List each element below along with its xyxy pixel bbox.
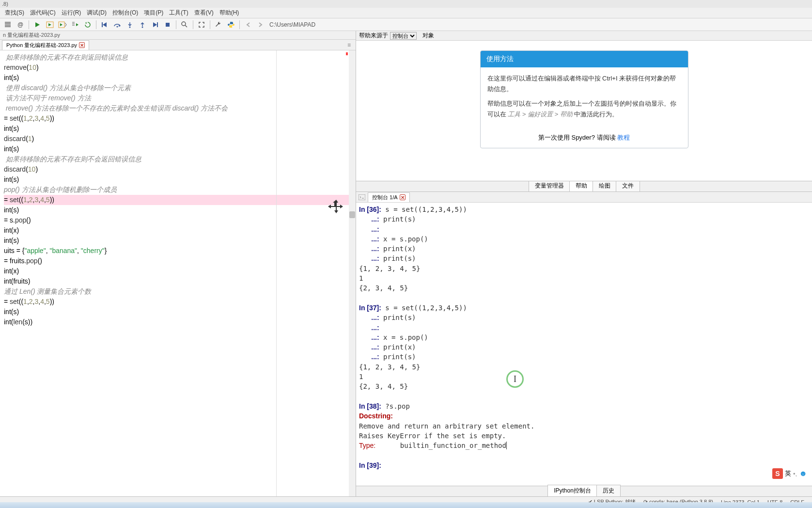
- tab-help[interactable]: 帮助: [569, 180, 593, 191]
- help-panel: 使用方法 在这里你可以通过在编辑器或者终端中按 Ctrl+I 来获得任何对象的帮…: [356, 41, 812, 181]
- windows-taskbar[interactable]: [0, 502, 812, 508]
- debug-step-over-icon[interactable]: [111, 19, 123, 30]
- menu-run[interactable]: 运行(R): [59, 8, 84, 18]
- ime-punct-icon: •,: [793, 470, 797, 477]
- tab-history[interactable]: 历史: [596, 485, 621, 496]
- scrollbar-thumb[interactable]: [349, 211, 355, 218]
- toolbar-separator: [210, 20, 210, 29]
- tutorial-link[interactable]: 教程: [617, 134, 630, 141]
- run-icon[interactable]: [31, 19, 43, 30]
- console-tab-label: 控制台 1/A: [372, 194, 398, 201]
- menu-bar: 查找(S) 源代码(C) 运行(R) 调试(D) 控制台(O) 项目(P) 工具…: [0, 8, 812, 18]
- help-source-dropdown[interactable]: 控制台: [390, 32, 417, 40]
- toolbar-separator: [96, 20, 96, 29]
- close-icon[interactable]: ✕: [79, 42, 85, 48]
- ime-lang: 英: [785, 469, 791, 478]
- menu-help[interactable]: 帮助(H): [217, 8, 242, 18]
- menu-console[interactable]: 控制台(O): [109, 8, 141, 18]
- tab-label: Python 量化编程基础-2023.py: [6, 42, 77, 49]
- code-editor[interactable]: 如果待移除的元素不存在则返回错误信息remove(10)int(s) 使用 di…: [0, 50, 356, 496]
- file-breadcrumb: n 量化编程基础-2023.py: [0, 31, 356, 40]
- ime-indicator[interactable]: S 英 •, ☻: [772, 468, 807, 479]
- lower-right-tabs: IPython控制台 历史: [356, 486, 812, 496]
- run-cell-advance-icon[interactable]: [57, 19, 68, 30]
- menu-debug[interactable]: 调试(D): [84, 8, 109, 18]
- help-source-label: 帮助来源于: [359, 32, 388, 40]
- help-card: 使用方法 在这里你可以通过在编辑器或者终端中按 Ctrl+I 来获得任何对象的帮…: [480, 50, 688, 148]
- tab-ipython-console[interactable]: IPython控制台: [547, 485, 597, 496]
- svg-rect-9: [359, 194, 365, 200]
- nav-back-icon[interactable]: [242, 19, 254, 30]
- main-toolbar: @ C:\Users\MIAPAD: [0, 18, 812, 31]
- toolbar-separator: [29, 20, 29, 29]
- editor-guide-line: [276, 50, 277, 496]
- debug-step-out-icon[interactable]: [137, 19, 148, 30]
- sogou-logo-icon: S: [772, 468, 783, 479]
- working-dir-path: C:\Users\MIAPAD: [269, 21, 315, 28]
- tab-overflow-icon[interactable]: ≡: [344, 42, 354, 48]
- menu-view[interactable]: 查看(V): [191, 8, 217, 18]
- run-selection-icon[interactable]: [69, 19, 81, 30]
- editor-tab[interactable]: Python 量化编程基础-2023.py ✕: [2, 40, 89, 50]
- python-icon[interactable]: [225, 19, 237, 30]
- console-tab[interactable]: 控制台 1/A ✕: [368, 192, 410, 202]
- help-object-label: 对象: [422, 32, 434, 40]
- tab-files[interactable]: 文件: [616, 180, 640, 191]
- debug-step-in-icon[interactable]: [124, 19, 136, 30]
- help-para-2: 帮助信息可以在一个对象之后加上一个左圆括号的时候自动显示。你可以在 工具 > 偏…: [487, 98, 681, 120]
- console-menu-icon[interactable]: [358, 193, 366, 201]
- toolbar-at-icon[interactable]: @: [15, 19, 26, 30]
- help-source-bar: 帮助来源于 控制台 对象: [356, 31, 812, 41]
- editor-tab-bar: Python 量化编程基础-2023.py ✕ ≡: [0, 40, 356, 50]
- svg-rect-6: [157, 22, 158, 27]
- menu-project[interactable]: 项目(P): [141, 8, 166, 18]
- title-bar: .8): [0, 0, 812, 8]
- svg-point-8: [182, 22, 186, 26]
- menu-tools[interactable]: 工具(T): [166, 8, 191, 18]
- editor-marker: [346, 52, 348, 55]
- wrench-icon[interactable]: [213, 19, 224, 30]
- console-tab-bar: 控制台 1/A ✕: [356, 192, 812, 203]
- ime-emoji-icon: ☻: [799, 469, 807, 478]
- search-icon[interactable]: [179, 19, 190, 30]
- svg-point-5: [142, 26, 143, 28]
- rerun-icon[interactable]: [82, 19, 94, 30]
- toolbar-separator: [176, 20, 176, 29]
- menu-find[interactable]: 查找(S): [2, 8, 27, 18]
- editor-scrollbar[interactable]: [349, 50, 356, 496]
- svg-rect-2: [102, 22, 103, 27]
- help-para-1: 在这里你可以通过在编辑器或者终端中按 Ctrl+I 来获得任何对象的帮助信息。: [487, 73, 681, 95]
- toolbar-separator: [239, 20, 240, 29]
- toolbar-separator: [193, 20, 193, 29]
- debug-stop-icon[interactable]: [162, 19, 173, 30]
- svg-point-3: [117, 26, 118, 27]
- tab-plots[interactable]: 绘图: [593, 180, 617, 191]
- svg-rect-7: [166, 23, 170, 27]
- help-card-title: 使用方法: [481, 51, 688, 67]
- upper-right-tabs: 变量管理器 帮助 绘图 文件: [356, 181, 812, 192]
- close-icon[interactable]: ✕: [400, 194, 406, 200]
- nav-forward-icon[interactable]: [255, 19, 266, 30]
- console-output[interactable]: In [36]: s = set((1,2,3,4,5)) ...: print…: [356, 203, 812, 486]
- maximize-icon[interactable]: [196, 19, 207, 30]
- tab-variables[interactable]: 变量管理器: [529, 180, 570, 191]
- debug-continue-icon[interactable]: [149, 19, 161, 30]
- svg-point-4: [129, 26, 131, 28]
- toolbar-list-icon[interactable]: [2, 19, 14, 30]
- debug-step-back-icon[interactable]: [99, 19, 110, 30]
- help-card-footer: 第一次使用 Spyder? 请阅读 教程: [481, 129, 688, 148]
- title-text: .8): [2, 1, 8, 7]
- menu-source[interactable]: 源代码(C): [27, 8, 59, 18]
- run-cell-icon[interactable]: [44, 19, 56, 30]
